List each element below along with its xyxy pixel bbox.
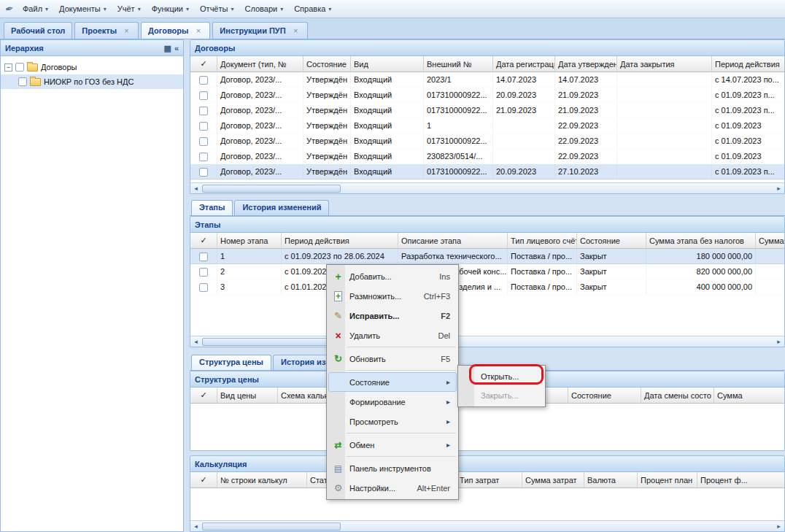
column-state[interactable]: Состояние: [303, 56, 351, 72]
scroll-thumb[interactable]: [202, 523, 341, 531]
row-checkbox[interactable]: [199, 91, 208, 100]
node-checkbox[interactable]: [15, 63, 24, 72]
column-reg-date[interactable]: Дата регистрации: [493, 56, 555, 72]
row-checkbox[interactable]: [199, 137, 208, 146]
row-checkbox[interactable]: [199, 252, 208, 261]
menu-documents[interactable]: Документы▾: [54, 2, 112, 15]
row-checkbox[interactable]: [199, 153, 208, 161]
submenu-item-open[interactable]: Открыть...: [460, 367, 544, 386]
menu-item-forming[interactable]: Формирование ▸: [328, 392, 457, 412]
scroll-right-icon[interactable]: ▸: [773, 336, 784, 347]
menu-item-exchange[interactable]: Обмен ▸: [328, 435, 457, 455]
collapse-panel-icon[interactable]: «: [174, 43, 179, 53]
column-check[interactable]: ✓: [190, 56, 217, 72]
column-state-change-date[interactable]: Дата смены состо: [641, 388, 714, 404]
column-external-no[interactable]: Внешний №: [424, 56, 493, 72]
tree-node-contracts[interactable]: − Договоры: [1, 60, 183, 74]
cell-reg-date: 20.09.2023: [493, 164, 555, 180]
grid-view-icon[interactable]: ▦: [163, 43, 171, 53]
scroll-left-icon[interactable]: ◂: [190, 336, 201, 347]
contract-row[interactable]: Договор, 2023/... Утверждён Входящий 017…: [190, 103, 784, 118]
row-checkbox[interactable]: [199, 268, 208, 277]
column-approve-date[interactable]: Дата утверждения: [555, 56, 617, 72]
scroll-right-icon[interactable]: ▸: [773, 521, 784, 532]
menu-reports[interactable]: Отчёты▾: [195, 2, 239, 15]
menu-file[interactable]: Файл▾: [18, 2, 54, 15]
row-checkbox[interactable]: [199, 168, 208, 177]
column-period[interactable]: Период действия: [712, 56, 784, 72]
column-price-kind[interactable]: Вид цены: [217, 388, 278, 404]
contract-row[interactable]: Договор, 2023/... Утверждён Входящий 230…: [190, 149, 784, 164]
row-checkbox[interactable]: [199, 107, 208, 115]
column-account-type[interactable]: Тип лицевого счёт: [508, 233, 577, 249]
column-calc-row-no[interactable]: № строки калькул: [217, 472, 307, 488]
column-currency[interactable]: Валюта: [584, 472, 638, 488]
column-sum[interactable]: Сумма: [756, 233, 784, 249]
close-icon[interactable]: ×: [193, 26, 203, 36]
row-checkbox[interactable]: [199, 122, 208, 131]
row-checkbox[interactable]: [199, 76, 208, 85]
menu-item-delete[interactable]: Удалить Del: [328, 325, 457, 345]
tab-contracts[interactable]: Договоры×: [141, 22, 210, 39]
menu-item-state[interactable]: Состояние ▸: [328, 372, 457, 392]
tab-projects[interactable]: Проекты×: [74, 22, 139, 39]
column-cost-type[interactable]: Тип затрат: [457, 472, 522, 488]
calc-hscrollbar[interactable]: ◂ ▸: [190, 520, 784, 531]
contract-row[interactable]: Договор, 2023/... Утверждён Входящий 202…: [190, 72, 784, 88]
scroll-left-icon[interactable]: ◂: [190, 521, 201, 532]
column-cost-sum[interactable]: Сумма затрат: [522, 472, 584, 488]
stages-hscrollbar[interactable]: ◂ ▸: [190, 336, 784, 347]
stage-row[interactable]: 1 с 01.09.2023 по 28.06.2024 Разработка …: [190, 249, 784, 264]
column-sum[interactable]: Сумма: [714, 388, 784, 404]
node-checkbox[interactable]: [18, 77, 27, 86]
scroll-left-icon[interactable]: ◂: [190, 183, 201, 194]
column-stage-no[interactable]: Номер этапа: [217, 233, 282, 249]
stage-row[interactable]: 2 с 01.09.2023 по 29.12.2023 Выполнение …: [190, 264, 784, 280]
scroll-right-icon[interactable]: ▸: [773, 183, 784, 194]
contract-row[interactable]: Договор, 2023/... Утверждён Входящий 017…: [190, 164, 784, 180]
menu-accounting[interactable]: Учёт▾: [112, 2, 147, 15]
tab-change-history[interactable]: История изменений: [234, 200, 329, 215]
column-check[interactable]: ✓: [190, 472, 217, 488]
menu-dictionaries[interactable]: Словари▾: [239, 2, 289, 15]
column-sum-no-tax[interactable]: Сумма этапа без налогов: [646, 233, 756, 249]
column-check[interactable]: ✓: [190, 233, 217, 249]
contract-row[interactable]: Договор, 2023/... Утверждён Входящий 017…: [190, 134, 784, 149]
menu-item-settings[interactable]: Настройки... Alt+Enter: [328, 478, 457, 498]
column-percent-fact[interactable]: Процент ф...: [697, 472, 784, 488]
close-icon[interactable]: ×: [291, 26, 301, 36]
menu-item-edit[interactable]: Исправить... F2: [328, 306, 457, 325]
column-state[interactable]: Состояние: [568, 388, 641, 404]
column-close-date[interactable]: Дата закрытия: [617, 56, 712, 72]
menu-functions[interactable]: Функции▾: [147, 2, 195, 15]
menu-item-refresh[interactable]: Обновить F5: [328, 349, 457, 369]
menu-help[interactable]: Справка▾: [289, 2, 337, 15]
collapse-expander-icon[interactable]: −: [4, 63, 12, 72]
column-percent-plan[interactable]: Процент план: [638, 472, 697, 488]
panel-splitter[interactable]: [184, 39, 190, 532]
column-check[interactable]: ✓: [190, 388, 217, 404]
close-icon[interactable]: ×: [122, 26, 131, 36]
scroll-thumb[interactable]: [202, 338, 341, 346]
column-state[interactable]: Состояние: [577, 233, 646, 249]
column-description[interactable]: Описание этапа: [398, 233, 508, 249]
menu-item-view[interactable]: Просмотреть ▸: [328, 412, 457, 431]
tab-label: Инструкции ПУП: [220, 26, 285, 35]
tab-price-structure[interactable]: Структура цены: [191, 355, 271, 370]
stage-row[interactable]: 3 с 01.01.2024 по 28.06.2024 Изготовлени…: [190, 280, 784, 295]
menu-item-toolbar[interactable]: Панель инструментов: [328, 458, 457, 478]
menu-item-duplicate[interactable]: Размножить... Ctrl+F3: [328, 286, 457, 306]
scroll-thumb[interactable]: [202, 185, 341, 193]
tab-stages[interactable]: Этапы: [191, 200, 233, 215]
tab-desktop[interactable]: Рабочий стол: [4, 22, 72, 39]
row-checkbox[interactable]: [199, 283, 208, 292]
tab-instructions[interactable]: Инструкции ПУП×: [212, 22, 307, 39]
contract-row[interactable]: Договор, 2023/... Утверждён Входящий 1 2…: [190, 118, 784, 134]
menu-item-add[interactable]: Добавить... Ins: [328, 266, 457, 286]
column-period[interactable]: Период действия: [282, 233, 398, 249]
column-document[interactable]: Документ (тип, №: [217, 56, 303, 72]
contract-row[interactable]: Договор, 2023/... Утверждён Входящий 017…: [190, 88, 784, 103]
tree-node-niokr[interactable]: НИОКР по ГОЗ без НДС: [1, 74, 183, 89]
contracts-hscrollbar[interactable]: ◂ ▸: [190, 182, 784, 193]
column-kind[interactable]: Вид: [351, 56, 424, 72]
